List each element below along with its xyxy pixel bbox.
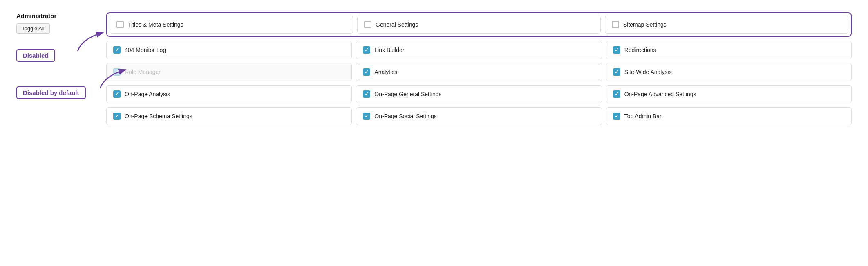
checkbox-checked-link-builder [363,46,370,54]
checkbox-on-page-general[interactable]: On-Page General Settings [356,85,602,103]
checkbox-on-page-analysis[interactable]: On-Page Analysis [106,85,352,103]
checkbox-analytics[interactable]: Analytics [356,63,602,81]
checkbox-checked-on-page-advanced [613,90,620,98]
checkbox-top-admin-bar[interactable]: Top Admin Bar [606,107,852,125]
checkbox-label-on-page-advanced: On-Page Advanced Settings [624,91,696,97]
checkbox-label-redirections: Redirections [624,47,656,53]
checkbox-checked-on-page-general [363,90,370,98]
toggle-all-button[interactable]: Toggle All [16,23,50,34]
checkbox-label-top-admin-bar: Top Admin Bar [624,113,662,119]
checkbox-label-link-builder: Link Builder [374,47,404,53]
checkbox-checked-redirections [613,46,620,54]
checkbox-link-builder[interactable]: Link Builder [356,41,602,59]
checkbox-unchecked-general-settings [364,21,371,28]
checkbox-label-404-monitor: 404 Monitor Log [125,47,166,53]
checkbox-label-on-page-analysis: On-Page Analysis [125,91,170,97]
checkbox-checked-on-page-social [363,113,370,120]
checkbox-checked-on-page-analysis [113,90,121,98]
disabled-arrow [74,31,110,53]
checkbox-general-settings[interactable]: General Settings [357,16,601,34]
disabled-badge: Disabled [16,49,55,62]
checkbox-unchecked-titles-meta [116,21,124,28]
row-2: 404 Monitor Log Link Builder Redirection… [106,41,852,59]
checkbox-label-site-wide-analysis: Site-Wide Analysis [624,69,672,75]
checkbox-label-titles-meta: Titles & Meta Settings [128,21,183,28]
checkbox-sitemap-settings[interactable]: Sitemap Settings [605,16,848,34]
row-5: On-Page Schema Settings On-Page Social S… [106,107,852,125]
checkbox-checked-on-page-schema [113,113,121,120]
checkbox-on-page-advanced[interactable]: On-Page Advanced Settings [606,85,852,103]
checkbox-label-on-page-social: On-Page Social Settings [374,113,437,119]
checkbox-unchecked-sitemap-settings [612,21,619,28]
checkbox-label-general-settings: General Settings [376,21,418,28]
row-4: On-Page Analysis On-Page General Setting… [106,85,852,103]
checkbox-on-page-social[interactable]: On-Page Social Settings [356,107,602,125]
checkbox-redirections[interactable]: Redirections [606,41,852,59]
checkbox-role-manager[interactable]: Role Manager [106,63,352,81]
checkbox-checked-top-admin-bar [613,113,620,120]
checkbox-label-analytics: Analytics [374,69,397,75]
disabled-by-default-arrow [96,68,133,90]
disabled-section-wrapper: Titles & Meta Settings General Settings … [106,12,852,37]
checkbox-label-sitemap-settings: Sitemap Settings [623,21,667,28]
disabled-by-default-badge: Disabled by default [16,86,86,99]
checkbox-on-page-schema[interactable]: On-Page Schema Settings [106,107,352,125]
row-1: Titles & Meta Settings General Settings … [110,16,848,34]
checkbox-404-monitor[interactable]: 404 Monitor Log [106,41,352,59]
checkbox-checked-404-monitor [113,46,121,54]
checkbox-label-on-page-schema: On-Page Schema Settings [125,113,192,119]
checkbox-checked-site-wide-analysis [613,68,620,76]
checkbox-label-on-page-general: On-Page General Settings [374,91,441,97]
admin-label: Administrator [16,12,106,19]
checkbox-site-wide-analysis[interactable]: Site-Wide Analysis [606,63,852,81]
checkbox-checked-analytics [363,68,370,76]
row-3: Role Manager Analytics Site-Wide Analysi… [106,63,852,81]
checkbox-titles-meta[interactable]: Titles & Meta Settings [110,16,353,34]
